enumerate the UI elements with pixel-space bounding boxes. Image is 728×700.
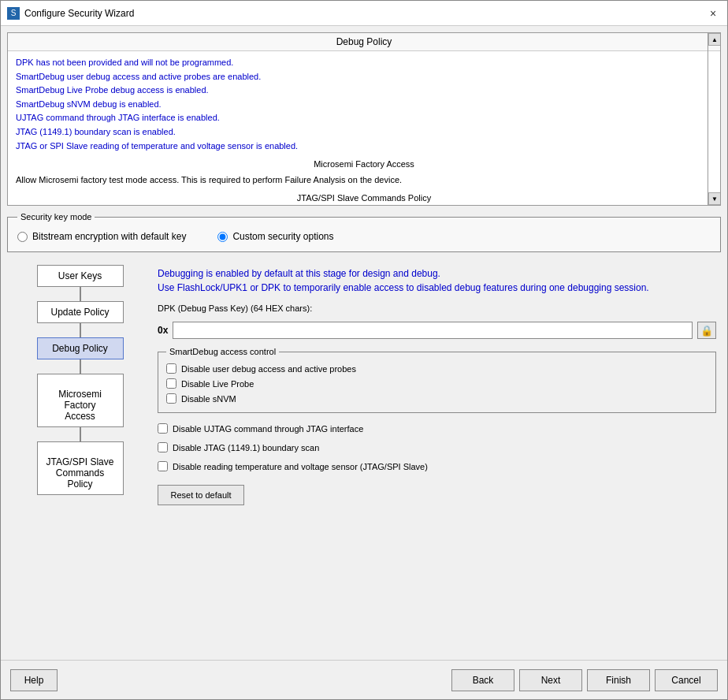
next-button[interactable]: Next (519, 669, 582, 691)
jtag-policy-title: JTAG/SPI Slave Commands Policy (16, 192, 712, 205)
footer: Help Back Next Finish Cancel (1, 660, 727, 699)
scroll-up-arrow[interactable]: ▲ (708, 33, 721, 46)
cb-disable-user-debug-label: Disable user debug access and active pro… (181, 364, 356, 374)
info-line-2: Use FlashLock/UPK1 or DPK to temporarily… (158, 282, 649, 293)
policy-line-6: JTAG (1149.1) boundary scan is enabled. (16, 125, 712, 140)
nav-item-update-policy-label: Update Policy (50, 307, 109, 318)
main-window: S Configure Security Wizard × Debug Poli… (0, 0, 728, 700)
radio-custom-security-label: Custom security options (232, 231, 333, 242)
config-panel: Debugging is enabled by default at this … (153, 259, 721, 653)
dpk-row: 0x 🔒 (158, 322, 716, 339)
nav-connector-4 (80, 427, 81, 441)
policy-summary-box: Debug Policy DPK has not been provided a… (7, 32, 721, 206)
cancel-button[interactable]: Cancel (655, 669, 718, 691)
bottom-section: User Keys Update Policy Debug Policy Mic… (7, 259, 721, 653)
dpk-prefix: 0x (158, 325, 168, 336)
policy-summary-title: Debug Policy (8, 33, 720, 51)
help-button[interactable]: Help (10, 669, 58, 691)
cb-disable-temp-sensor-input[interactable] (158, 461, 168, 471)
nav-item-factory-access-label: Microsemi Factory Access (58, 389, 102, 422)
cb-disable-temp-sensor[interactable]: Disable reading temperature and voltage … (158, 459, 716, 474)
nav-item-debug-policy[interactable]: Debug Policy (37, 337, 124, 359)
smartdebug-legend: SmartDebug access control (166, 347, 279, 356)
nav-connector-1 (80, 287, 81, 301)
dpk-label: DPK (Debug Pass Key) (64 HEX chars): (158, 303, 312, 313)
policy-line-7: JTAG or SPI Slave reading of temperature… (16, 140, 712, 154)
info-text: Debugging is enabled by default at this … (158, 263, 716, 298)
nav-panel: User Keys Update Policy Debug Policy Mic… (7, 259, 153, 653)
cb-disable-snvm-input[interactable] (166, 393, 176, 404)
scroll-arrows: ▲ ▼ (708, 33, 720, 205)
dpk-input[interactable] (173, 322, 693, 339)
nav-item-update-policy[interactable]: Update Policy (37, 301, 124, 323)
radio-custom-security[interactable] (217, 232, 228, 242)
main-content: Debug Policy DPK has not been provided a… (1, 26, 727, 660)
cb-disable-jtag-boundary-label: Disable JTAG (1149.1) boundary scan (173, 443, 319, 452)
finish-button[interactable]: Finish (587, 669, 650, 691)
cb-disable-jtag-boundary-input[interactable] (158, 442, 168, 452)
cb-disable-ujtag[interactable]: Disable UJTAG command through JTAG inter… (158, 421, 716, 436)
cb-disable-ujtag-input[interactable] (158, 423, 168, 434)
nav-item-user-keys[interactable]: User Keys (37, 265, 124, 287)
app-icon: S (7, 7, 20, 20)
nav-item-jtag-policy-label: JTAG/SPI Slave Commands Policy (46, 456, 114, 490)
security-key-mode-group: Security key mode Bitstream encryption w… (7, 212, 721, 252)
nav-connector-3 (80, 359, 81, 374)
cb-disable-live-probe-label: Disable Live Probe (181, 379, 254, 389)
nav-item-factory-access[interactable]: Microsemi Factory Access (37, 374, 124, 427)
radio-default-key-label: Bitstream encryption with default key (32, 231, 186, 242)
nav-item-debug-policy-label: Debug Policy (52, 343, 108, 354)
info-line-1: Debugging is enabled by default at this … (158, 268, 440, 279)
cb-disable-live-probe[interactable]: Disable Live Probe (166, 376, 708, 391)
cb-disable-live-probe-input[interactable] (166, 378, 176, 389)
radio-group: Bitstream encryption with default key Cu… (17, 228, 711, 245)
policy-line-1: DPK has not been provided and will not b… (16, 56, 712, 70)
nav-items: User Keys Update Policy Debug Policy Mic… (13, 265, 147, 495)
smartdebug-group: SmartDebug access control Disable user d… (158, 347, 716, 413)
nav-item-user-keys-label: User Keys (58, 270, 102, 281)
cb-disable-ujtag-label: Disable UJTAG command through JTAG inter… (173, 424, 363, 434)
title-bar: S Configure Security Wizard × (1, 1, 727, 26)
cb-disable-user-debug-input[interactable] (166, 363, 176, 374)
nav-connector-2 (80, 323, 81, 337)
cb-disable-snvm[interactable]: Disable sNVM (166, 391, 708, 406)
footer-buttons: Back Next Finish Cancel (451, 669, 718, 691)
cb-disable-temp-sensor-label: Disable reading temperature and voltage … (173, 462, 428, 471)
radio-option-custom[interactable]: Custom security options (217, 231, 333, 242)
policy-line-3: SmartDebug Live Probe debug access is en… (16, 84, 712, 98)
window-title: Configure Security Wizard (24, 8, 134, 19)
policy-line-2: SmartDebug user debug access and active … (16, 70, 712, 84)
nav-item-jtag-policy[interactable]: JTAG/SPI Slave Commands Policy (37, 441, 124, 495)
dpk-label-row: DPK (Debug Pass Key) (64 HEX chars): (158, 303, 716, 314)
back-button[interactable]: Back (451, 669, 514, 691)
policy-summary-content[interactable]: DPK has not been provided and will not b… (8, 51, 720, 205)
factory-access-title: Microsemi Factory Access (16, 158, 712, 172)
policy-line-5: UJTAG command through JTAG interface is … (16, 111, 712, 125)
close-button[interactable]: × (705, 6, 721, 21)
cb-disable-jtag-boundary[interactable]: Disable JTAG (1149.1) boundary scan (158, 440, 716, 455)
reset-to-default-button[interactable]: Reset to default (158, 485, 244, 505)
lock-button[interactable]: 🔒 (697, 322, 716, 339)
policy-line-4: SmartDebug sNVM debug is enabled. (16, 98, 712, 112)
cb-disable-snvm-label: Disable sNVM (181, 394, 236, 404)
scroll-down-arrow[interactable]: ▼ (708, 192, 721, 205)
factory-access-desc: Allow Microsemi factory test mode access… (16, 173, 712, 188)
security-key-mode-legend: Security key mode (17, 212, 95, 222)
radio-default-key[interactable] (17, 232, 28, 242)
cb-disable-user-debug[interactable]: Disable user debug access and active pro… (166, 361, 708, 376)
extra-options: Disable UJTAG command through JTAG inter… (158, 418, 716, 477)
radio-option-default[interactable]: Bitstream encryption with default key (17, 231, 186, 242)
